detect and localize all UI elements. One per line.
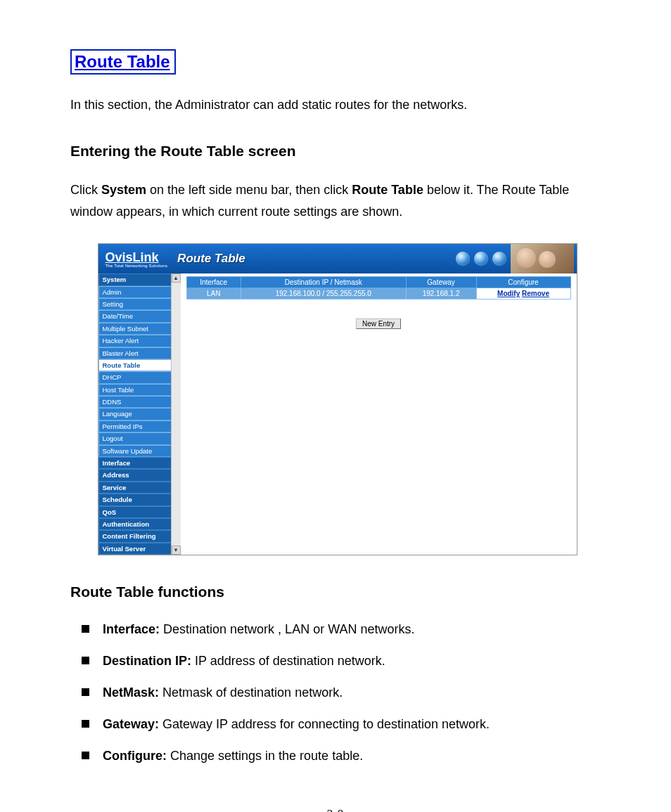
sidebar-item-route-table[interactable]: Route Table xyxy=(98,359,172,371)
globe-icon xyxy=(456,252,470,266)
col-gateway: Gateway xyxy=(406,277,476,288)
remove-link[interactable]: Remove xyxy=(522,290,549,297)
sidebar-scrollbar[interactable]: ▲ ▼ xyxy=(171,273,181,555)
app-banner: OvisLink The Total Networking Solutions … xyxy=(98,244,577,273)
sidebar-item-ddns[interactable]: DDNS xyxy=(98,396,172,408)
list-item: NetMask: Netmask of destination network. xyxy=(82,683,604,702)
content-area: Interface Destination IP / Netmask Gatew… xyxy=(172,273,577,555)
sidebar-item-blaster-alert[interactable]: Blaster Alert xyxy=(98,347,172,359)
section-title: Route Table xyxy=(70,49,176,75)
new-entry-wrap: New Entry xyxy=(186,316,571,329)
new-entry-button[interactable]: New Entry xyxy=(356,318,401,329)
function-term: Gateway: xyxy=(103,717,159,731)
function-term: Interface: xyxy=(103,622,160,636)
banner-photo xyxy=(511,244,574,273)
function-desc: Change settings in the route table. xyxy=(167,749,363,763)
document-page: Route Table In this section, the Adminis… xyxy=(0,0,671,812)
list-item: Interface: Destination network , LAN or … xyxy=(82,620,604,639)
list-item: Gateway: Gateway IP address for connecti… xyxy=(82,715,604,734)
sidebar-item-language[interactable]: Language xyxy=(98,408,172,420)
sidebar: ▲ ▼ SystemAdminSettingDate/TimeMultiple … xyxy=(98,273,172,555)
functions-list: Interface: Destination network , LAN or … xyxy=(70,620,604,766)
scroll-up-icon[interactable]: ▲ xyxy=(172,273,181,283)
sidebar-item-service[interactable]: Service xyxy=(98,482,172,494)
sidebar-item-content-filtering[interactable]: Content Filtering xyxy=(98,530,172,542)
col-interface: Interface xyxy=(186,277,241,288)
list-item: Destination IP: IP address of destinatio… xyxy=(82,652,604,671)
function-term: NetMask: xyxy=(103,685,159,700)
sidebar-item-permitted-ips[interactable]: Permitted IPs xyxy=(98,420,172,432)
scroll-down-icon[interactable]: ▼ xyxy=(172,546,181,555)
sidebar-item-system[interactable]: System xyxy=(98,273,172,285)
list-item: Configure: Change settings in the route … xyxy=(82,747,604,766)
brand-name: OvisLink xyxy=(106,251,168,264)
sidebar-item-multiple-subnet[interactable]: Multiple Subnet xyxy=(98,323,172,335)
sidebar-item-host-table[interactable]: Host Table xyxy=(98,384,172,396)
function-desc: Gateway IP address for connecting to des… xyxy=(159,717,490,731)
sidebar-item-date-time[interactable]: Date/Time xyxy=(98,310,172,322)
sidebar-item-setting[interactable]: Setting xyxy=(98,298,172,310)
sidebar-item-interface[interactable]: Interface xyxy=(98,457,172,469)
globe-icon xyxy=(492,252,506,266)
table-row: LAN 192.168.100.0 / 255.255.255.0 192.16… xyxy=(186,288,570,299)
modify-link[interactable]: Modify xyxy=(497,290,520,297)
sidebar-item-virtual-server[interactable]: Virtual Server xyxy=(98,543,172,555)
page-number: 38 xyxy=(70,808,604,812)
col-configure: Configure xyxy=(476,277,570,288)
para-text: Click xyxy=(70,183,101,197)
sidebar-item-admin[interactable]: Admin xyxy=(98,286,172,298)
cell-dest: 192.168.100.0 / 255.255.255.0 xyxy=(241,288,406,299)
intro-paragraph: In this section, the Administrator can a… xyxy=(70,96,604,115)
sidebar-item-schedule[interactable]: Schedule xyxy=(98,494,172,505)
function-desc: Netmask of destination network. xyxy=(159,685,343,700)
subheading-functions: Route Table functions xyxy=(70,584,604,600)
brand-logo: OvisLink The Total Networking Solutions xyxy=(98,248,174,269)
function-term: Configure: xyxy=(103,749,167,763)
sidebar-item-address[interactable]: Address xyxy=(98,469,172,481)
embedded-screenshot: OvisLink The Total Networking Solutions … xyxy=(98,243,577,555)
page-title: Route Table xyxy=(177,252,245,266)
cell-interface: LAN xyxy=(186,288,241,299)
cell-gateway: 192.168.1.2 xyxy=(406,288,476,299)
app-body: ▲ ▼ SystemAdminSettingDate/TimeMultiple … xyxy=(98,273,577,555)
function-desc: IP address of destination network. xyxy=(191,654,385,668)
sidebar-item-software-update[interactable]: Software Update xyxy=(98,445,172,457)
para-bold-route-table: Route Table xyxy=(352,183,423,197)
route-table: Interface Destination IP / Netmask Gatew… xyxy=(186,276,571,299)
col-dest: Destination IP / Netmask xyxy=(241,277,406,288)
instruction-paragraph: Click System on the left side menu bar, … xyxy=(70,179,604,222)
function-term: Destination IP: xyxy=(103,654,191,668)
sidebar-item-hacker-alert[interactable]: Hacker Alert xyxy=(98,335,172,347)
sidebar-item-authentication[interactable]: Authentication xyxy=(98,518,172,530)
para-text: on the left side menu bar, then click xyxy=(146,183,352,197)
sidebar-item-dhcp[interactable]: DHCP xyxy=(98,371,172,383)
brand-tagline: The Total Networking Solutions xyxy=(106,264,168,268)
cell-configure: Modify Remove xyxy=(476,288,570,299)
globe-icon xyxy=(474,252,488,266)
subheading-entering: Entering the Route Table screen xyxy=(70,143,604,160)
function-desc: Destination network , LAN or WAN network… xyxy=(160,622,414,636)
sidebar-item-logout[interactable]: Logout xyxy=(98,432,172,444)
sidebar-item-qos[interactable]: QoS xyxy=(98,506,172,518)
para-bold-system: System xyxy=(101,183,146,197)
banner-decor xyxy=(456,244,577,273)
